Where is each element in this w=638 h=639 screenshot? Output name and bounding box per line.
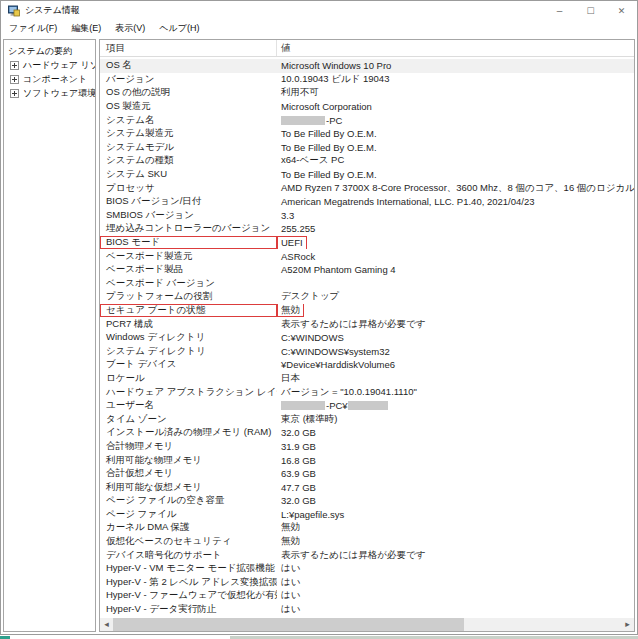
item-cell: ベースボード製造元 xyxy=(100,249,277,263)
table-row[interactable]: システム製造元To Be Filled By O.E.M. xyxy=(100,127,634,141)
item-cell: BIOS モード xyxy=(100,236,277,250)
minimize-button[interactable]: – xyxy=(544,1,575,20)
table-row[interactable]: ベースボード製品A520M Phantom Gaming 4 xyxy=(100,263,634,277)
item-cell: OS 製造元 xyxy=(100,100,277,114)
value-cell: Microsoft Windows 10 Pro xyxy=(277,59,634,73)
summary-panel: 項目 値 OS 名Microsoft Windows 10 Proバージョン10… xyxy=(99,39,635,632)
horizontal-scrollbar[interactable]: ◂ ▸ xyxy=(100,618,634,631)
value-text: 32.0 GB xyxy=(278,427,319,439)
table-row[interactable]: ベースボード バージョン xyxy=(100,277,634,291)
item-cell: OS の他の説明 xyxy=(100,86,277,100)
table-row[interactable]: ベースボード製造元ASRock xyxy=(100,249,634,263)
table-row[interactable]: OS の他の説明利用不可 xyxy=(100,86,634,100)
menu-item[interactable]: ファイル(F) xyxy=(2,20,64,37)
value-cell: American Megatrends International, LLC. … xyxy=(277,195,634,209)
value-text: バージョン = "10.0.19041.1110" xyxy=(278,386,420,398)
table-row[interactable]: Hyper-V - 第 2 レベル アドレス変換拡張機能はい xyxy=(100,576,634,590)
value-cell: To Be Filled By O.E.M. xyxy=(277,127,634,141)
value-text: 63.9 GB xyxy=(278,468,319,480)
expand-plus-icon[interactable] xyxy=(10,61,19,70)
table-header: 項目 値 xyxy=(100,40,634,57)
table-row[interactable]: システム名-PC xyxy=(100,113,634,127)
value-text: To Be Filled By O.E.M. xyxy=(278,141,380,153)
value-cell: 無効 xyxy=(277,535,634,549)
item-cell: ハードウェア アブストラクション レイヤー xyxy=(100,385,277,399)
maximize-button[interactable]: ☐ xyxy=(575,1,606,20)
table-row[interactable]: Hyper-V - ファームウェアで仮想化が有効はい xyxy=(100,589,634,603)
value-cell: UEFI xyxy=(277,236,634,250)
table-row[interactable]: Windows ディレクトリC:¥WINDOWS xyxy=(100,331,634,345)
table-row[interactable]: カーネル DMA 保護無効 xyxy=(100,521,634,535)
table-row[interactable]: セキュア ブートの状態無効 xyxy=(100,304,634,318)
tree-item[interactable]: ソフトウェア環境 xyxy=(4,86,95,100)
value-cell: x64-ベース PC xyxy=(277,154,634,168)
value-cell: 10.0.19043 ビルド 19043 xyxy=(277,73,634,87)
table-row[interactable]: 利用可能な仮想メモリ47.7 GB xyxy=(100,480,634,494)
content-area: システムの要約ハードウェア リソースコンポーネントソフトウェア環境 項目 値 O… xyxy=(1,37,637,634)
scrollbar-thumb[interactable] xyxy=(113,618,464,631)
item-cell: システムモデル xyxy=(100,141,277,155)
table-row[interactable]: システムモデルTo Be Filled By O.E.M. xyxy=(100,141,634,155)
value-cell: 表示するためには昇格が必要です xyxy=(277,317,634,331)
table-row[interactable]: 合計仮想メモリ63.9 GB xyxy=(100,467,634,481)
column-header-item[interactable]: 項目 xyxy=(100,40,277,56)
item-cell: 利用可能な仮想メモリ xyxy=(100,480,277,494)
table-row[interactable]: 仮想化ベースのセキュリティ無効 xyxy=(100,535,634,549)
value-text: Microsoft Corporation xyxy=(278,101,375,113)
table-row[interactable]: 埋め込みコントローラーのバージョン255.255 xyxy=(100,222,634,236)
table-row[interactable]: 合計物理メモリ31.9 GB xyxy=(100,440,634,454)
value-cell: 32.0 GB xyxy=(277,494,634,508)
expand-plus-icon[interactable] xyxy=(10,89,19,98)
tree-item[interactable]: システムの要約 xyxy=(4,44,95,58)
table-row[interactable]: バージョン10.0.19043 ビルド 19043 xyxy=(100,73,634,87)
menu-item[interactable]: 表示(V) xyxy=(108,20,152,37)
table-row[interactable]: OS 製造元Microsoft Corporation xyxy=(100,100,634,114)
column-header-value[interactable]: 値 xyxy=(277,40,634,56)
close-button[interactable]: ✕ xyxy=(606,1,637,20)
table-row[interactable]: システム SKUTo Be Filled By O.E.M. xyxy=(100,168,634,182)
value-text: American Megatrends International, LLC. … xyxy=(278,196,538,208)
expand-plus-icon[interactable] xyxy=(10,75,19,84)
table-row[interactable]: BIOS バージョン/日付American Megatrends Interna… xyxy=(100,195,634,209)
table-row[interactable]: プラットフォームの役割デスクトップ xyxy=(100,290,634,304)
value-text: 31.9 GB xyxy=(278,440,319,452)
item-cell: タイム ゾーン xyxy=(100,412,277,426)
table-row[interactable]: ページ ファイルL:¥pagefile.sys xyxy=(100,508,634,522)
table-row[interactable]: タイム ゾーン東京 (標準時) xyxy=(100,412,634,426)
table-row[interactable]: Hyper-V - VM モニター モード拡張機能はい xyxy=(100,562,634,576)
value-cell: To Be Filled By O.E.M. xyxy=(277,168,634,182)
table-row[interactable]: PCR7 構成表示するためには昇格が必要です xyxy=(100,317,634,331)
item-cell: 合計物理メモリ xyxy=(100,440,277,454)
table-row[interactable]: BIOS モードUEFI xyxy=(100,236,634,250)
value-cell: 31.9 GB xyxy=(277,440,634,454)
value-cell: 東京 (標準時) xyxy=(277,412,634,426)
redaction-block xyxy=(281,401,325,410)
value-text: 無効 xyxy=(278,536,303,548)
table-row[interactable]: インストール済みの物理メモリ (RAM)32.0 GB xyxy=(100,426,634,440)
table-row[interactable]: ブート デバイス¥Device¥HarddiskVolume6 xyxy=(100,358,634,372)
scrollbar-track[interactable] xyxy=(113,618,621,631)
tree-item[interactable]: ハードウェア リソース xyxy=(4,58,95,72)
value-text: L:¥pagefile.sys xyxy=(278,508,347,520)
value-text: はい xyxy=(278,576,303,588)
table-row[interactable]: ユーザー名-PC¥ xyxy=(100,399,634,413)
tree-item[interactable]: コンポーネント xyxy=(4,72,95,86)
table-row[interactable]: ページ ファイルの空き容量32.0 GB xyxy=(100,494,634,508)
menu-item[interactable]: ヘルプ(H) xyxy=(152,20,206,37)
value-cell: A520M Phantom Gaming 4 xyxy=(277,263,634,277)
menu-item[interactable]: 編集(E) xyxy=(64,20,108,37)
table-row[interactable]: OS 名Microsoft Windows 10 Pro xyxy=(100,59,634,73)
scroll-left-arrow-icon[interactable]: ◂ xyxy=(100,618,113,631)
table-row[interactable]: システムの種類x64-ベース PC xyxy=(100,154,634,168)
table-row[interactable]: システム ディレクトリC:¥WINDOWS¥system32 xyxy=(100,344,634,358)
item-cell: 埋め込みコントローラーのバージョン xyxy=(100,222,277,236)
table-row[interactable]: ハードウェア アブストラクション レイヤーバージョン = "10.0.19041… xyxy=(100,385,634,399)
value-text: To Be Filled By O.E.M. xyxy=(278,169,380,181)
table-row[interactable]: ロケール日本 xyxy=(100,372,634,386)
table-row[interactable]: Hyper-V - データ実行防止はい xyxy=(100,603,634,617)
table-row[interactable]: プロセッサAMD Ryzen 7 3700X 8-Core Processor、… xyxy=(100,181,634,195)
scroll-right-arrow-icon[interactable]: ▸ xyxy=(621,618,634,631)
table-row[interactable]: デバイス暗号化のサポート表示するためには昇格が必要です xyxy=(100,548,634,562)
table-row[interactable]: 利用可能な物理メモリ16.8 GB xyxy=(100,453,634,467)
table-row[interactable]: SMBIOS バージョン3.3 xyxy=(100,209,634,223)
